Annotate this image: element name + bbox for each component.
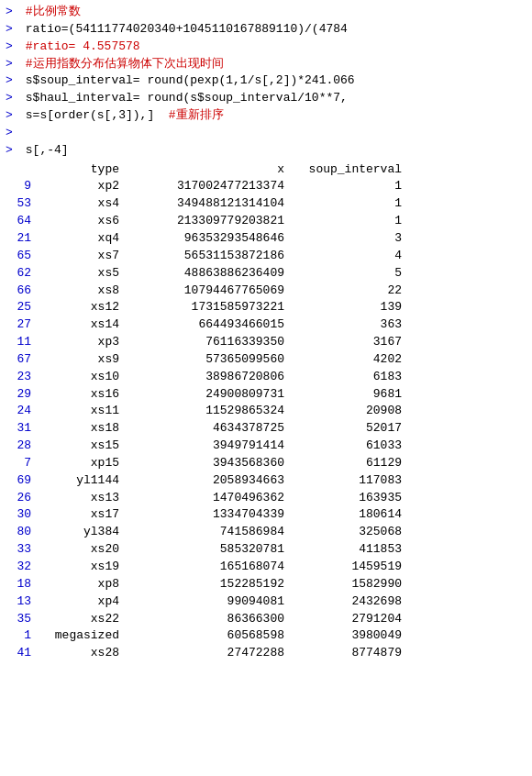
table-row: 23 xs10 38986720806 6183 [6,369,526,386]
cell-x: 349488121314104 [127,195,292,213]
cell-type: xs11 [35,403,127,420]
cell-rownum: 23 [6,369,35,386]
cell-type: xs20 [35,541,127,559]
table-header-row: type x soup_interval [6,161,526,179]
table-row: 35 xs22 86366300 2791204 [6,611,526,628]
table-row: 53 xs4 349488121314104 1 [6,195,526,213]
cell-x: 10794467765069 [127,283,292,300]
code-line-1: > #比例常数 [0,4,532,21]
cell-x: 1731585973221 [127,299,292,316]
comment-3: #ratio= 4.557578 [18,39,140,56]
cell-x: 99094081 [127,593,292,611]
cell-type: xp8 [35,576,127,593]
code-line-5: > s$soup_interval= round(pexp(1,1/s[,2])… [0,72,532,90]
cell-type: xs14 [35,316,127,334]
cell-soup: 4202 [292,351,402,369]
cell-x: 38986720806 [127,369,292,386]
comment-1: #比例常数 [18,4,81,21]
cell-soup: 20908 [292,403,402,420]
prompt-2: > [6,21,18,39]
cell-x: 4634378725 [127,420,292,438]
table-row: 80 yl384 741586984 325068 [6,524,526,541]
cell-soup: 117083 [292,472,402,490]
code-6: s$haul_interval= round(s$soup_interval/1… [18,90,348,107]
cell-rownum: 24 [6,403,35,420]
code-line-6: > s$haul_interval= round(s$soup_interval… [0,90,532,107]
cell-soup: 163935 [292,490,402,507]
prompt-3: > [6,39,18,56]
cell-type: xs13 [35,490,127,507]
comment-4: #运用指数分布估算物体下次出现时间 [18,56,224,73]
cell-x: 1470496362 [127,490,292,507]
table-row: 29 xs16 24900809731 9681 [6,386,526,404]
cell-soup: 52017 [292,420,402,438]
cell-soup: 3167 [292,334,402,351]
code-line-4: > #运用指数分布估算物体下次出现时间 [0,56,532,73]
cell-rownum: 32 [6,559,35,576]
cell-soup: 8774879 [292,645,402,662]
r-console: > #比例常数 > ratio=(54111774020340+10451101… [0,0,532,666]
cell-x: 317002477213374 [127,178,292,195]
comment-7: #重新排序 [169,107,224,125]
cell-soup: 4 [292,248,402,265]
cell-rownum: 33 [6,541,35,559]
prompt-5: > [6,72,18,90]
table-row: 65 xs7 56531153872186 4 [6,248,526,265]
cell-soup: 180614 [292,506,402,524]
cell-x: 3943568360 [127,455,292,472]
cell-type: xp4 [35,593,127,611]
cell-soup: 61033 [292,438,402,455]
table-row: 31 xs18 4634378725 52017 [6,420,526,438]
cell-rownum: 7 [6,455,35,472]
cell-soup: 3980049 [292,627,402,645]
table-body: 9 xp2 317002477213374 1 53 xs4 349488121… [6,178,526,662]
prompt-1: > [6,4,18,21]
code-line-8: > s[,-4] [0,142,532,160]
cell-type: xs5 [35,265,127,283]
cell-rownum: 26 [6,490,35,507]
code-5: s$soup_interval= round(pexp(1,1/s[,2])*2… [18,72,355,90]
cell-type: megasized [35,627,127,645]
cell-rownum: 30 [6,506,35,524]
cell-soup: 1 [292,195,402,213]
cell-soup: 411853 [292,541,402,559]
cell-type: xs22 [35,611,127,628]
cell-type: xs28 [35,645,127,662]
cell-x: 1334704339 [127,506,292,524]
cell-type: xs19 [35,559,127,576]
prompt-7: > [6,107,18,125]
cell-soup: 9681 [292,386,402,404]
cell-x: 56531153872186 [127,248,292,265]
code-line-3: > #ratio= 4.557578 [0,39,532,56]
cell-x: 741586984 [127,524,292,541]
cell-rownum: 65 [6,248,35,265]
table-row: 67 xs9 57365099560 4202 [6,351,526,369]
cell-rownum: 25 [6,299,35,316]
table-row: 13 xp4 99094081 2432698 [6,593,526,611]
cell-x: 24900809731 [127,386,292,404]
cell-x: 48863886236409 [127,265,292,283]
cell-x: 27472288 [127,645,292,662]
cell-x: 152285192 [127,576,292,593]
cell-rownum: 27 [6,316,35,334]
cell-type: xs8 [35,283,127,300]
cell-type: xs16 [35,386,127,404]
table-row: 1 megasized 60568598 3980049 [6,627,526,645]
cell-soup: 2432698 [292,593,402,611]
cell-x: 165168074 [127,559,292,576]
cell-soup: 325068 [292,524,402,541]
table-row: 27 xs14 664493466015 363 [6,316,526,334]
cell-rownum: 1 [6,627,35,645]
cell-type: xs12 [35,299,127,316]
cell-rownum: 35 [6,611,35,628]
cell-soup: 2791204 [292,611,402,628]
cell-x: 57365099560 [127,351,292,369]
cell-x: 3949791414 [127,438,292,455]
cell-rownum: 62 [6,265,35,283]
cell-type: xp15 [35,455,127,472]
cell-type: xq4 [35,230,127,248]
cell-type: xp3 [35,334,127,351]
cell-rownum: 53 [6,195,35,213]
cell-type: xp2 [35,178,127,195]
table-row: 32 xs19 165168074 1459519 [6,559,526,576]
